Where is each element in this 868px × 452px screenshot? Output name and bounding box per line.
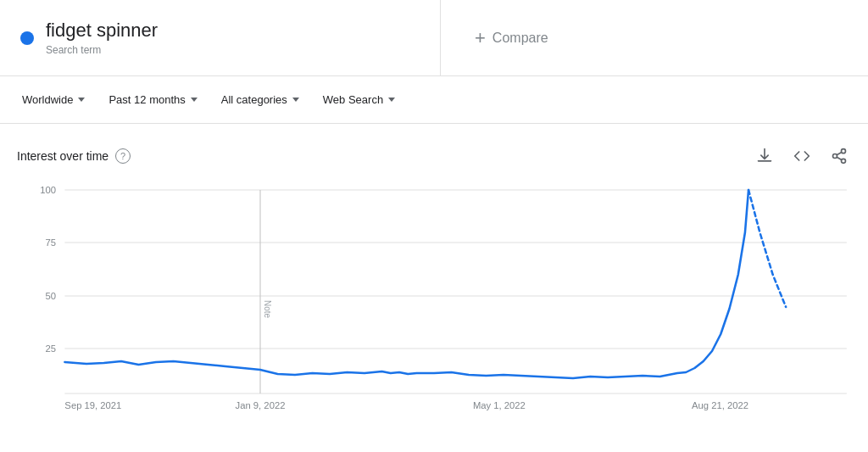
svg-point-0 [842, 149, 846, 153]
share-button[interactable] [827, 144, 851, 168]
filters-bar: Worldwide Past 12 months All categories … [0, 76, 868, 124]
svg-text:Sep 19, 2021: Sep 19, 2021 [64, 400, 121, 410]
chart-header: Interest over time ? [17, 144, 851, 168]
term-info: fidget spinner Search term [46, 20, 158, 55]
top-bar: fidget spinner Search term + Compare [0, 0, 868, 76]
time-range-label: Past 12 months [108, 93, 185, 106]
chart-svg: 100 75 50 25 Note Sep 19, 2021 Jan 9, 20… [17, 181, 851, 402]
chart-section: Interest over time ? [0, 131, 868, 410]
compare-label: Compare [492, 31, 548, 46]
svg-text:Note: Note [263, 300, 272, 318]
svg-text:75: 75 [46, 237, 57, 248]
chart-dotted-line [748, 190, 786, 307]
search-type-label: Web Search [323, 93, 383, 106]
svg-text:100: 100 [40, 185, 56, 195]
svg-text:Jan 9, 2022: Jan 9, 2022 [236, 400, 286, 410]
svg-text:25: 25 [46, 343, 57, 354]
search-term-section: fidget spinner Search term [0, 0, 441, 75]
search-type-filter[interactable]: Web Search [314, 88, 403, 111]
svg-line-3 [837, 157, 842, 159]
svg-text:50: 50 [46, 291, 57, 301]
chart-actions [753, 144, 851, 168]
help-icon[interactable]: ? [115, 148, 131, 164]
search-term-dot [20, 31, 34, 45]
chevron-down-icon [191, 98, 198, 102]
region-filter[interactable]: Worldwide [14, 88, 93, 111]
region-label: Worldwide [22, 93, 73, 106]
chevron-down-icon [78, 98, 85, 102]
chevron-down-icon [292, 98, 299, 102]
plus-icon: + [475, 27, 486, 49]
compare-section: + Compare [441, 0, 868, 75]
svg-text:May 1, 2022: May 1, 2022 [473, 400, 526, 410]
help-icon-label: ? [120, 151, 125, 161]
download-button[interactable] [753, 144, 776, 168]
svg-text:Aug 21, 2022: Aug 21, 2022 [692, 400, 748, 410]
chart-title: Interest over time [17, 149, 108, 163]
time-range-filter[interactable]: Past 12 months [100, 88, 205, 111]
svg-point-2 [842, 159, 846, 163]
chart-line [64, 190, 748, 378]
search-term-label: Search term [46, 44, 158, 56]
compare-button[interactable]: + Compare [475, 27, 548, 49]
embed-button[interactable] [790, 144, 814, 168]
categories-label: All categories [221, 93, 287, 106]
categories-filter[interactable]: All categories [213, 88, 308, 111]
chevron-down-icon [388, 98, 395, 102]
svg-line-4 [837, 152, 842, 154]
search-term-name: fidget spinner [46, 20, 158, 42]
svg-point-1 [833, 154, 837, 159]
chart-area: 100 75 50 25 Note Sep 19, 2021 Jan 9, 20… [17, 181, 851, 402]
chart-title-group: Interest over time ? [17, 148, 131, 164]
